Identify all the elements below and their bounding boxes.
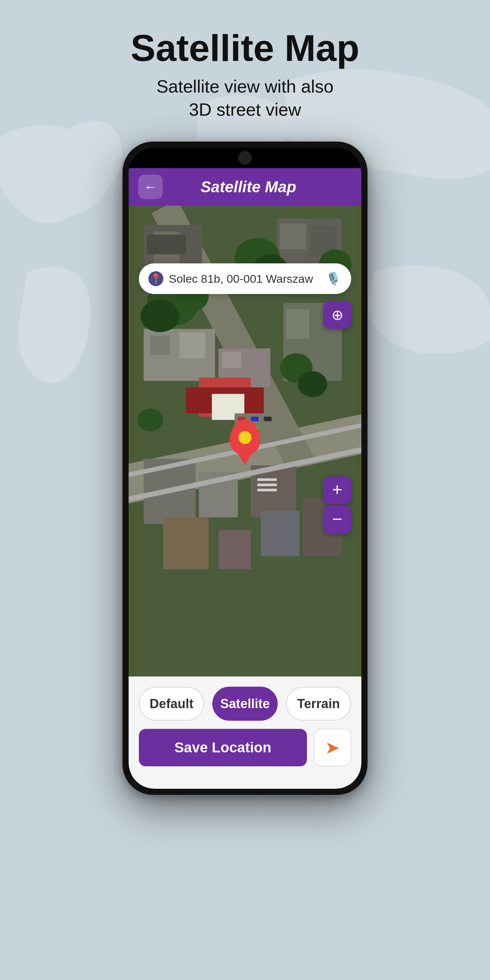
app-bar-title: Satellite Map — [169, 178, 352, 196]
page-subtitle: Satellite view with also 3D street view — [130, 75, 360, 121]
camera-notch — [238, 151, 252, 165]
svg-rect-8 — [280, 224, 306, 250]
terrain-label: Terrain — [297, 697, 340, 711]
navigate-button[interactable]: ➤ — [314, 729, 351, 766]
svg-rect-12 — [179, 332, 205, 358]
status-bar — [129, 148, 361, 168]
map-type-terrain-button[interactable]: Terrain — [286, 687, 351, 721]
search-bar[interactable]: Solec 81b, 00-001 Warszaw — [139, 263, 351, 294]
svg-rect-36 — [264, 417, 272, 421]
zoom-out-icon: − — [332, 510, 342, 528]
svg-rect-6 — [147, 235, 186, 254]
phone-screen: ← Satellite Map — [129, 148, 361, 789]
map-type-default-button[interactable]: Default — [139, 687, 204, 721]
save-location-label: Save Location — [175, 740, 272, 756]
svg-rect-47 — [257, 488, 277, 492]
default-label: Default — [150, 697, 194, 711]
satellite-label: Satellite — [220, 697, 270, 711]
header-section: Satellite Map Satellite view with also 3… — [130, 0, 360, 121]
save-row: Save Location ➤ — [129, 721, 361, 766]
map-pin — [230, 420, 260, 455]
map-view[interactable]: Solec 81b, 00-001 Warszaw ⊕ — [129, 205, 361, 676]
app-title-italic: Satellite — [200, 178, 260, 196]
navigate-icon: ➤ — [325, 737, 340, 758]
search-address-text: Solec 81b, 00-001 Warszaw — [169, 272, 319, 285]
zoom-out-button[interactable]: − — [323, 506, 351, 533]
svg-rect-46 — [257, 484, 277, 486]
svg-rect-43 — [261, 511, 300, 556]
search-bar-container: Solec 81b, 00-001 Warszaw — [139, 263, 351, 294]
map-type-satellite-button[interactable]: Satellite — [212, 687, 278, 721]
pin-outer — [230, 420, 260, 455]
phone-frame: ← Satellite Map — [123, 142, 368, 795]
pin-inner — [239, 431, 251, 444]
svg-point-25 — [140, 300, 180, 332]
svg-rect-45 — [257, 479, 277, 481]
back-button[interactable]: ← — [138, 175, 163, 199]
svg-rect-11 — [150, 336, 169, 355]
app-bar: ← Satellite Map — [129, 168, 361, 205]
svg-point-30 — [298, 371, 327, 397]
zoom-in-button[interactable]: + — [323, 476, 351, 504]
location-pin-icon — [148, 271, 163, 286]
svg-rect-14 — [221, 352, 241, 368]
zoom-controls: + − — [323, 476, 351, 533]
compass-button[interactable]: ⊕ — [323, 301, 351, 329]
microphone-icon[interactable] — [325, 270, 342, 287]
map-type-row: Default Satellite Terrain — [129, 676, 361, 721]
phone-mockup: ← Satellite Map — [123, 142, 368, 795]
svg-rect-42 — [218, 530, 251, 570]
zoom-in-icon: + — [332, 481, 342, 498]
svg-rect-41 — [163, 517, 208, 569]
page-title: Satellite Map — [130, 27, 360, 68]
svg-rect-16 — [286, 310, 309, 339]
app-title-normal: Map — [261, 178, 296, 196]
save-location-button[interactable]: Save Location — [139, 729, 307, 766]
compass-icon: ⊕ — [331, 307, 343, 323]
bottom-bar: Default Satellite Terrain Save Location — [129, 676, 361, 789]
svg-point-31 — [137, 409, 163, 431]
back-arrow-icon: ← — [143, 179, 157, 195]
